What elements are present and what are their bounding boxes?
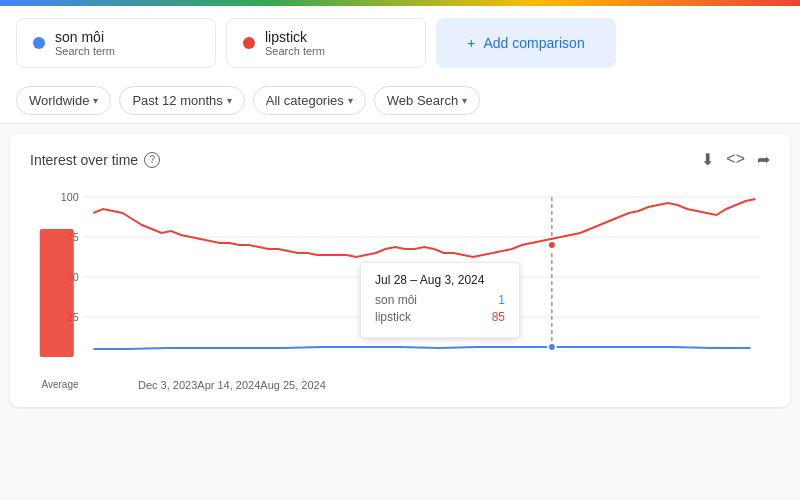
- download-icon[interactable]: ⬇: [701, 150, 714, 169]
- filter-time-label: Past 12 months: [132, 93, 222, 108]
- red-line: [93, 199, 755, 257]
- svg-text:100: 100: [61, 191, 79, 203]
- tooltip-term-2: lipstick: [375, 310, 411, 324]
- add-comparison-label: Add comparison: [484, 35, 585, 51]
- search-term-card-2[interactable]: lipstick Search term: [226, 18, 426, 68]
- filter-type-label: Web Search: [387, 93, 458, 108]
- tooltip-value-2: 85: [492, 310, 505, 324]
- dot-term1: [33, 37, 45, 49]
- chevron-type-icon: ▾: [462, 95, 467, 106]
- filter-category-label: All categories: [266, 93, 344, 108]
- filter-time[interactable]: Past 12 months ▾: [119, 86, 244, 115]
- help-icon[interactable]: ?: [144, 152, 160, 168]
- chart-title: Interest over time: [30, 152, 138, 168]
- header-icons: ⬇ <> ➦: [701, 150, 770, 169]
- search-terms-row: son môi Search term lipstick Search term…: [16, 18, 784, 68]
- term-name-2: lipstick: [265, 29, 325, 45]
- x-labels: Dec 3, 2023 Apr 14, 2024 Aug 25, 2024: [80, 377, 384, 391]
- term-name-1: son môi: [55, 29, 115, 45]
- x-label-1: Dec 3, 2023: [138, 379, 197, 391]
- x-labels-row: Average Dec 3, 2023 Apr 14, 2024 Aug 25,…: [30, 377, 770, 391]
- code-icon[interactable]: <>: [726, 150, 745, 169]
- filter-location[interactable]: Worldwide ▾: [16, 86, 111, 115]
- chevron-time-icon: ▾: [227, 95, 232, 106]
- avg-label: Average: [40, 379, 80, 390]
- share-icon[interactable]: ➦: [757, 150, 770, 169]
- section-header: Interest over time ? ⬇ <> ➦: [30, 150, 770, 169]
- main-content: Interest over time ? ⬇ <> ➦ 100 75 50 25: [10, 134, 790, 407]
- filter-location-label: Worldwide: [29, 93, 89, 108]
- average-bar: [40, 229, 74, 357]
- tooltip-value-1: 1: [498, 293, 505, 307]
- tooltip-dot-blue: [548, 343, 556, 351]
- term-label-2: Search term: [265, 45, 325, 57]
- filter-type[interactable]: Web Search ▾: [374, 86, 480, 115]
- chart-area: 100 75 50 25: [30, 177, 770, 377]
- term-label-1: Search term: [55, 45, 115, 57]
- search-term-card-1[interactable]: son môi Search term: [16, 18, 216, 68]
- tooltip-row-2: lipstick 85: [375, 310, 505, 324]
- tooltip-dot-red: [548, 241, 556, 249]
- chevron-location-icon: ▾: [93, 95, 98, 106]
- filters-row: Worldwide ▾ Past 12 months ▾ All categor…: [16, 78, 784, 123]
- plus-icon: +: [467, 35, 475, 51]
- tooltip-row-1: son môi 1: [375, 293, 505, 307]
- tooltip-term-1: son môi: [375, 293, 417, 307]
- section-title: Interest over time ?: [30, 152, 160, 168]
- x-label-2: Apr 14, 2024: [197, 379, 260, 391]
- dot-term2: [243, 37, 255, 49]
- blue-line: [93, 347, 750, 349]
- add-comparison-button[interactable]: + Add comparison: [436, 18, 616, 68]
- chevron-category-icon: ▾: [348, 95, 353, 106]
- x-label-3: Aug 25, 2024: [260, 379, 325, 391]
- term-info-2: lipstick Search term: [265, 29, 325, 57]
- tooltip-box: Jul 28 – Aug 3, 2024 son môi 1 lipstick …: [360, 262, 520, 338]
- filter-category[interactable]: All categories ▾: [253, 86, 366, 115]
- term-info-1: son môi Search term: [55, 29, 115, 57]
- tooltip-date: Jul 28 – Aug 3, 2024: [375, 273, 505, 287]
- header-section: son môi Search term lipstick Search term…: [0, 6, 800, 124]
